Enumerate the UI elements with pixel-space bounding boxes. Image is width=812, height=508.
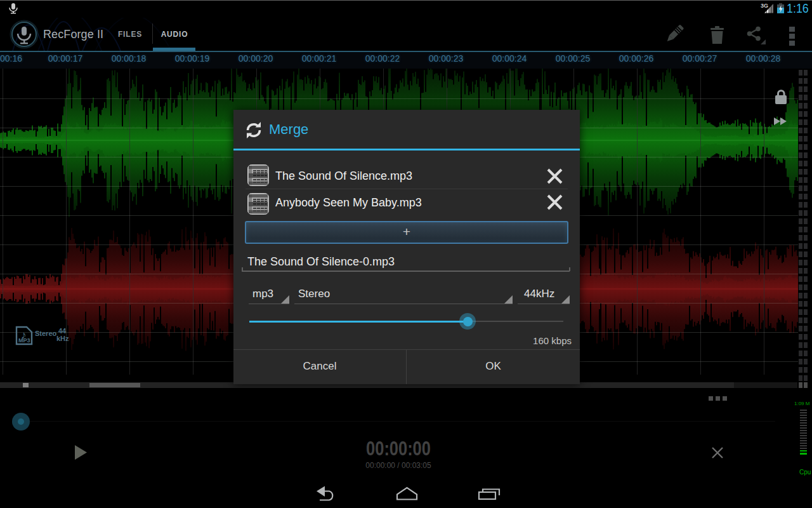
- svg-text:Stereo: Stereo: [35, 330, 57, 337]
- svg-text:44: 44: [58, 327, 67, 335]
- svg-text:♪: ♪: [21, 329, 27, 341]
- svg-text:kHz: kHz: [56, 335, 69, 342]
- svg-text:3G: 3G: [761, 3, 768, 9]
